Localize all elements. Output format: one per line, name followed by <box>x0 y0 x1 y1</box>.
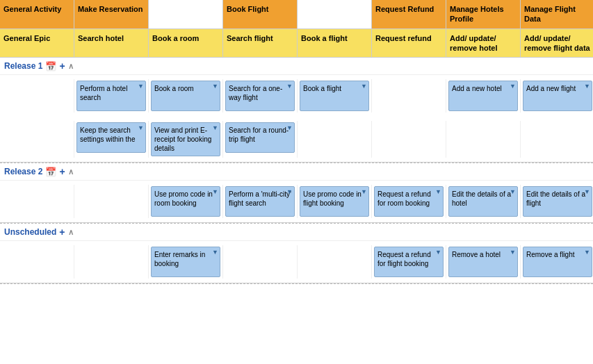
story-col-0-1-2: View and print E-receipt for booking det… <box>149 121 223 158</box>
epic-col-2: Book a room <box>149 29 223 58</box>
card-dropdown-icon[interactable]: ▼ <box>212 249 218 257</box>
card-dropdown-icon[interactable]: ▼ <box>212 124 218 133</box>
collapse-icon-0[interactable]: ∧ <box>68 62 74 71</box>
story-col-2-0-3 <box>223 245 298 279</box>
card-dropdown-icon[interactable]: ▼ <box>212 83 218 91</box>
release-header-1: Release 2📅+∧ <box>0 163 593 181</box>
story-col-0-1-3: Search for a round-trip flight▼ <box>223 121 298 158</box>
story-row-0-1: Keep the search settings within the▼View… <box>0 117 593 162</box>
story-col-0-0-4: Book a flight▼ <box>298 79 372 113</box>
activity-col-2 <box>149 0 223 28</box>
story-card[interactable]: Perform a 'multi-city' flight search▼ <box>225 186 295 217</box>
activity-col-0: General Activity <box>0 0 74 28</box>
story-col-1-0-5: Request a refund for room booking▼ <box>372 185 446 218</box>
collapse-icon-1[interactable]: ∧ <box>68 167 74 176</box>
story-col-0-0-2: Book a room▼ <box>149 79 223 113</box>
story-row-1-0: Use promo code in room booking▼Perform a… <box>0 181 593 222</box>
card-dropdown-icon[interactable]: ▼ <box>138 83 144 91</box>
story-card[interactable]: Search for a round-trip flight▼ <box>225 122 295 153</box>
story-card[interactable]: Keep the search settings within the▼ <box>76 122 146 153</box>
card-dropdown-icon[interactable]: ▼ <box>584 249 590 257</box>
story-col-2-0-2: Enter remarks in booking▼ <box>149 245 223 279</box>
activity-col-5: Request Refund <box>372 0 446 28</box>
row-label-col-0-0 <box>0 79 74 113</box>
release-section-1: Release 2📅+∧Use promo code in room booki… <box>0 163 593 224</box>
story-card[interactable]: Add a new hotel▼ <box>448 81 518 111</box>
release-header-0: Release 1📅+∧ <box>0 58 593 75</box>
card-dropdown-icon[interactable]: ▼ <box>584 83 590 91</box>
story-col-2-0-7: Remove a flight▼ <box>521 245 593 279</box>
story-col-0-0-5 <box>372 79 446 113</box>
card-dropdown-icon[interactable]: ▼ <box>510 83 516 91</box>
story-card[interactable]: Edit the details of a flight▼ <box>523 186 592 217</box>
epic-col-0: General Epic <box>0 29 74 58</box>
epic-col-1: Search hotel <box>74 29 149 58</box>
add-icon-1[interactable]: + <box>59 166 65 177</box>
activity-header-row: General ActivityMake ReservationBook Fli… <box>0 0 593 29</box>
story-card[interactable]: Remove a flight▼ <box>523 247 592 277</box>
story-col-1-0-7: Edit the details of a flight▼ <box>521 185 593 218</box>
epic-col-5: Request refund <box>372 29 446 58</box>
add-icon-2[interactable]: + <box>59 226 65 238</box>
card-dropdown-icon[interactable]: ▼ <box>435 249 441 257</box>
epic-col-6: Add/ update/ remove hotel <box>446 29 521 58</box>
activity-col-4 <box>298 0 372 28</box>
collapse-icon-2[interactable]: ∧ <box>68 228 74 237</box>
card-dropdown-icon[interactable]: ▼ <box>435 188 441 197</box>
activity-col-1: Make Reservation <box>74 0 149 28</box>
story-col-2-0-1 <box>74 245 149 279</box>
epic-col-4: Book a flight <box>298 29 372 58</box>
card-dropdown-icon[interactable]: ▼ <box>361 188 367 197</box>
story-col-1-0-4: Use promo code in flight booking▼ <box>298 185 372 218</box>
story-card[interactable]: Remove a hotel▼ <box>448 247 518 277</box>
row-label-col-2-0 <box>0 245 74 279</box>
story-col-0-0-7: Add a new flight▼ <box>521 79 593 113</box>
epic-col-3: Search flight <box>223 29 298 58</box>
epic-header-row: General EpicSearch hotelBook a roomSearc… <box>0 29 593 58</box>
release-label-0: Release 1 <box>4 61 42 71</box>
story-card[interactable]: Enter remarks in booking▼ <box>151 247 220 277</box>
add-icon-0[interactable]: + <box>59 60 65 72</box>
story-col-1-0-2: Use promo code in room booking▼ <box>149 185 223 218</box>
story-row-0-0: Perform a hotel search▼Book a room▼Searc… <box>0 75 593 117</box>
calendar-icon-1: 📅 <box>45 167 56 177</box>
story-card[interactable]: Use promo code in flight booking▼ <box>300 186 369 217</box>
card-dropdown-icon[interactable]: ▼ <box>286 124 293 133</box>
card-dropdown-icon[interactable]: ▼ <box>510 249 516 257</box>
card-dropdown-icon[interactable]: ▼ <box>361 83 367 91</box>
story-card[interactable]: View and print E-receipt for booking det… <box>151 122 220 156</box>
activity-col-6: Manage Hotels Profile <box>446 0 521 28</box>
card-dropdown-icon[interactable]: ▼ <box>286 188 293 197</box>
story-card[interactable]: Use promo code in room booking▼ <box>151 186 220 217</box>
row-label-col-0-1 <box>0 121 74 158</box>
release-label-1: Release 2 <box>4 167 42 176</box>
calendar-icon-0: 📅 <box>45 61 56 72</box>
story-card[interactable]: Add a new flight▼ <box>523 81 592 111</box>
story-col-0-1-6 <box>446 121 521 158</box>
story-col-0-0-3: Search for a one-way flight▼ <box>223 79 298 113</box>
story-card[interactable]: Book a room▼ <box>151 81 220 111</box>
release-label-2: Unscheduled <box>4 227 56 237</box>
card-dropdown-icon[interactable]: ▼ <box>510 188 516 197</box>
story-card[interactable]: Edit the details of a hotel▼ <box>448 186 518 217</box>
story-card[interactable]: Request a refund for room booking▼ <box>374 186 444 217</box>
card-dropdown-icon[interactable]: ▼ <box>138 124 144 133</box>
story-col-0-0-1: Perform a hotel search▼ <box>74 79 149 113</box>
activity-col-7: Manage Flight Data <box>521 0 593 28</box>
story-col-0-1-7 <box>521 121 593 158</box>
card-dropdown-icon[interactable]: ▼ <box>212 188 218 197</box>
row-label-col-1-0 <box>0 185 74 218</box>
story-card[interactable]: Search for a one-way flight▼ <box>225 81 295 111</box>
story-row-2-0: Enter remarks in booking▼Request a refun… <box>0 241 593 283</box>
story-col-0-1-5 <box>372 121 446 158</box>
release-header-2: Unscheduled+∧ <box>0 224 593 241</box>
story-col-1-0-6: Edit the details of a hotel▼ <box>446 185 521 218</box>
story-col-1-0-3: Perform a 'multi-city' flight search▼ <box>223 185 298 218</box>
card-dropdown-icon[interactable]: ▼ <box>584 188 590 197</box>
story-col-1-0-1 <box>74 185 149 218</box>
story-col-0-0-6: Add a new hotel▼ <box>446 79 521 113</box>
story-card[interactable]: Request a refund for flight booking▼ <box>374 247 444 277</box>
story-card[interactable]: Book a flight▼ <box>300 81 369 111</box>
story-card[interactable]: Perform a hotel search▼ <box>76 81 146 111</box>
card-dropdown-icon[interactable]: ▼ <box>286 83 293 91</box>
